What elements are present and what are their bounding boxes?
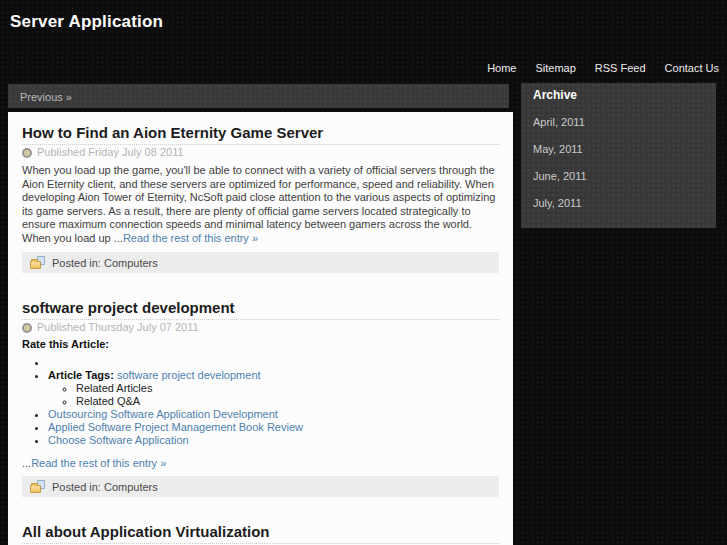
folder-icon (30, 256, 45, 269)
posted-in-text: Posted in: Computers (52, 481, 158, 493)
related-post-link[interactable]: Applied Software Project Management Book… (48, 421, 303, 433)
site-title: Server Application (10, 12, 163, 32)
top-nav: Home Sitemap RSS Feed Contact Us (487, 62, 719, 74)
previous-link[interactable]: Previous » (20, 91, 72, 103)
read-more-link[interactable]: Read the rest of this entry » (123, 232, 258, 244)
pagination-bar: Previous » (8, 84, 509, 108)
nav-item-contact-us[interactable]: Contact Us (665, 62, 719, 74)
sidebar-archive: Archive April, 2011 May, 2011 June, 2011… (521, 83, 716, 228)
read-more-ellipsis: ... (22, 457, 31, 469)
posted-in-text: Posted in: Computers (52, 257, 158, 269)
archive-item-july-2011[interactable]: July, 2011 (533, 197, 704, 210)
post-title[interactable]: How to Find an Aion Eternity Game Server (22, 124, 499, 145)
published-line: Published Friday July 08 2011 (22, 146, 499, 159)
nav-item-rss-feed[interactable]: RSS Feed (595, 62, 646, 74)
posted-in-bar: Posted in: Computers (22, 252, 499, 273)
article-tags-label: Article Tags: (48, 369, 114, 381)
post-aion-game-server: How to Find an Aion Eternity Game Server… (22, 124, 499, 273)
list-item-link: Outsourcing Software Application Develop… (48, 408, 499, 421)
clock-icon (22, 148, 32, 158)
posted-in-bar: Posted in: Computers (22, 476, 499, 497)
excerpt-ellipsis: ... (114, 232, 123, 244)
folder-icon (30, 480, 45, 493)
post-list: Article Tags: software project developme… (22, 356, 499, 447)
related-post-link[interactable]: Choose Software Application (48, 434, 189, 446)
nav-item-sitemap[interactable]: Sitemap (535, 62, 575, 74)
post-title[interactable]: All about Application Virtualization (22, 523, 499, 544)
archive-item-april-2011[interactable]: April, 2011 (533, 116, 704, 129)
post-title[interactable]: software project development (22, 299, 499, 320)
archive-heading: Archive (533, 88, 704, 102)
list-item-related-articles: Related Articles (76, 382, 499, 395)
nav-item-home[interactable]: Home (487, 62, 516, 74)
post-excerpt: When you load up the game, you'll be abl… (22, 164, 499, 245)
post-software-project-development: software project development Published T… (22, 299, 499, 497)
archive-item-june-2011[interactable]: June, 2011 (533, 170, 704, 183)
article-tag-link[interactable]: software project development (117, 369, 261, 381)
list-item-empty (48, 356, 499, 369)
archive-item-may-2011[interactable]: May, 2011 (533, 143, 704, 156)
list-item-related-qa: Related Q&A (76, 395, 499, 408)
main-content: How to Find an Aion Eternity Game Server… (8, 112, 513, 545)
published-text: Published Thursday July 07 2011 (37, 321, 199, 334)
rate-article-label: Rate this Article: (22, 338, 499, 350)
published-text: Published Friday July 08 2011 (37, 146, 184, 159)
post-application-virtualization: All about Application Virtualization Pub… (22, 523, 499, 545)
related-post-link[interactable]: Outsourcing Software Application Develop… (48, 408, 278, 420)
list-item-link: Applied Software Project Management Book… (48, 421, 499, 434)
published-line: Published Thursday July 07 2011 (22, 321, 499, 334)
list-item-article-tags: Article Tags: software project developme… (48, 369, 499, 408)
read-more-line: ...Read the rest of this entry » (22, 457, 499, 469)
clock-icon (22, 323, 32, 333)
read-more-link[interactable]: Read the rest of this entry » (31, 457, 166, 469)
excerpt-text: When you load up the game, you'll be abl… (22, 164, 495, 244)
related-sublist: Related Articles Related Q&A (48, 382, 499, 408)
list-item-link: Choose Software Application (48, 434, 499, 447)
